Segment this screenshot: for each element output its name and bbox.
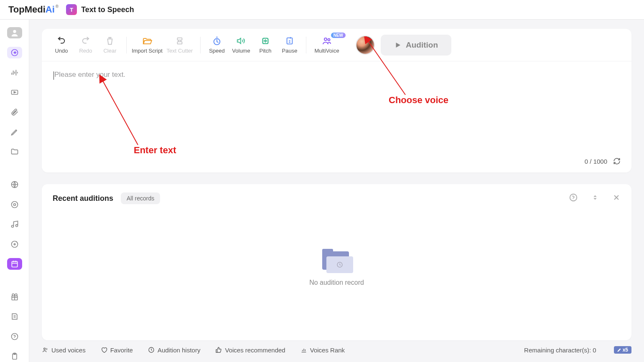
volume-label: Volume xyxy=(232,48,250,54)
app-name: Text to Speech xyxy=(81,5,134,14)
chat-wave-icon xyxy=(10,48,19,57)
footer-voices-recommended[interactable]: Voices recommended xyxy=(215,347,285,354)
footer-bar: Used voices Favorite Audition history Vo… xyxy=(42,340,631,362)
disc-icon xyxy=(10,240,19,248)
multivoice-button[interactable]: NEW MultiVoice xyxy=(311,36,343,54)
redo-label: Redo xyxy=(79,48,92,54)
clear-button[interactable]: Clear xyxy=(98,36,122,54)
auditions-sort[interactable] xyxy=(591,194,599,203)
bars-icon xyxy=(261,36,270,46)
footer-audition-history[interactable]: Audition history xyxy=(148,347,201,354)
brand-reg: ® xyxy=(56,4,59,9)
pitch-button[interactable]: Pitch xyxy=(253,36,277,54)
pause-doc-icon xyxy=(285,36,294,46)
footer-favorite[interactable]: Favorite xyxy=(101,347,133,354)
sidebar-tts[interactable] xyxy=(7,47,22,58)
text-cutter-button[interactable]: Text Cutter xyxy=(163,36,196,54)
auditions-close[interactable] xyxy=(612,193,621,203)
refresh-icon[interactable] xyxy=(613,157,621,165)
pause-button[interactable]: Pause xyxy=(277,36,302,54)
remaining-characters: Remaining character(s): 0 xyxy=(524,347,596,354)
heart-icon xyxy=(101,347,107,353)
sidebar-globe[interactable] xyxy=(7,179,22,190)
volume-button[interactable]: Volume xyxy=(229,36,253,54)
text-cutter-label: Text Cutter xyxy=(167,48,193,54)
sidebar-calendar[interactable] xyxy=(7,258,22,269)
sidebar-voice-clone[interactable] xyxy=(7,67,22,78)
play-icon xyxy=(394,41,402,49)
brand-main: TopMedi xyxy=(8,4,46,15)
auditions-help[interactable] xyxy=(569,193,578,204)
question-icon xyxy=(10,332,19,341)
auditions-filter[interactable]: All records xyxy=(121,192,160,204)
redo-icon xyxy=(81,36,90,46)
thumbs-up-icon xyxy=(215,347,222,353)
sidebar-clipboard[interactable] xyxy=(7,351,22,362)
pitch-label: Pitch xyxy=(260,48,272,54)
redo-button[interactable]: Redo xyxy=(74,36,98,54)
sidebar-help[interactable] xyxy=(7,331,22,342)
broom-icon xyxy=(105,36,115,46)
sidebar-edit[interactable] xyxy=(7,126,22,137)
auditions-panel: Recent auditions All records xyxy=(42,184,631,340)
sidebar-video[interactable] xyxy=(7,86,22,98)
paperclip-icon xyxy=(10,108,19,116)
undo-label: Undo xyxy=(55,48,68,54)
clear-label: Clear xyxy=(103,48,116,54)
svg-point-6 xyxy=(14,243,15,245)
sidebar-disc[interactable] xyxy=(7,238,22,250)
svg-rect-13 xyxy=(178,42,182,44)
text-editor[interactable]: Please enter your text. xyxy=(42,61,631,157)
target-icon xyxy=(10,200,19,209)
equalizer-icon xyxy=(10,68,19,77)
x5-badge[interactable]: x5 xyxy=(614,346,631,354)
sidebar-gift[interactable] xyxy=(7,291,22,302)
editor-placeholder: Please enter your text. xyxy=(54,71,619,79)
empty-message: No audition record xyxy=(309,279,364,286)
speaker-icon xyxy=(237,36,246,46)
sidebar-music[interactable] xyxy=(7,219,22,230)
import-script-button[interactable]: Import Script xyxy=(131,36,163,54)
auditions-body: No audition record xyxy=(53,204,621,332)
svg-point-21 xyxy=(44,348,46,349)
svg-point-5 xyxy=(11,241,18,247)
footer-used-voices[interactable]: Used voices xyxy=(42,347,86,354)
editor-panel: Undo Redo Clear Import Script Text xyxy=(42,29,631,172)
folder-icon xyxy=(10,147,19,156)
svg-point-17 xyxy=(324,38,327,41)
users-icon xyxy=(322,36,332,46)
speed-button[interactable]: Speed xyxy=(205,36,229,54)
sort-icon xyxy=(591,194,599,201)
svg-point-4 xyxy=(13,203,15,205)
voice-avatar[interactable] xyxy=(356,35,375,55)
sidebar-folder[interactable] xyxy=(7,146,22,157)
folder-open-icon xyxy=(142,36,152,46)
sidebar-target[interactable] xyxy=(7,199,22,210)
video-icon xyxy=(10,88,19,96)
brand-logo: TopMediAi® xyxy=(8,4,59,15)
svg-point-18 xyxy=(328,39,330,41)
gift-icon xyxy=(10,293,19,301)
sidebar-note[interactable] xyxy=(7,311,22,322)
globe-icon xyxy=(10,180,19,189)
footer-voices-rank[interactable]: Voices Rank xyxy=(300,347,345,354)
char-counter: 0 / 1000 xyxy=(585,158,607,165)
clock-icon xyxy=(148,347,155,353)
note-icon xyxy=(10,312,19,321)
brand-ai: Ai xyxy=(46,4,55,15)
undo-button[interactable]: Undo xyxy=(49,36,74,54)
clipboard-icon xyxy=(10,352,19,360)
auditions-header: Recent auditions All records xyxy=(53,192,621,204)
user-icon xyxy=(10,28,19,38)
svg-point-3 xyxy=(11,201,18,208)
empty-folder-icon xyxy=(322,250,351,273)
auditions-title: Recent auditions xyxy=(53,194,113,203)
pencil-icon xyxy=(10,128,19,136)
cutter-icon xyxy=(175,36,184,46)
app-header: TopMediAi® T Text to Speech xyxy=(0,0,644,20)
user-voice-icon xyxy=(42,347,48,353)
sidebar-attach[interactable] xyxy=(7,106,22,118)
sidebar-profile[interactable] xyxy=(7,27,22,38)
audition-button[interactable]: Audition xyxy=(381,35,451,56)
app-badge-icon: T xyxy=(66,4,77,15)
